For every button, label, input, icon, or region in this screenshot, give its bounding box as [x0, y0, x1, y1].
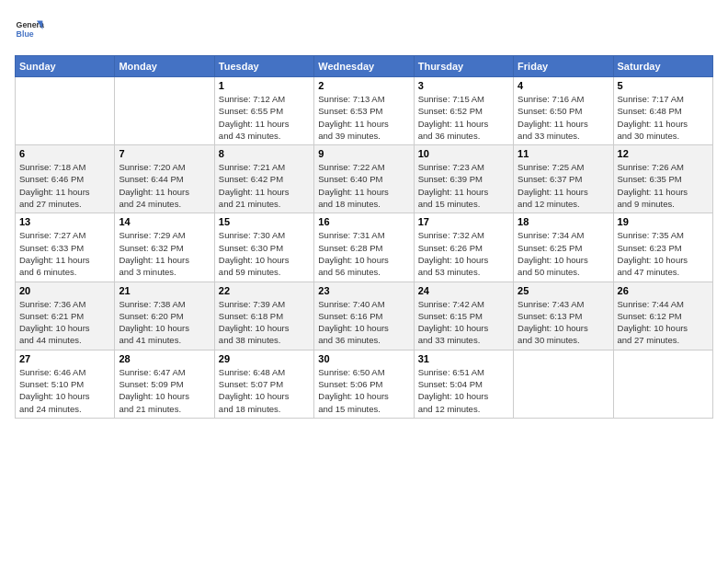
logo: General Blue: [15, 15, 44, 44]
cell-daylight-info: Sunrise: 7:44 AM Sunset: 6:12 PM Dayligh…: [618, 298, 709, 347]
calendar-cell: 10Sunrise: 7:23 AM Sunset: 6:39 PM Dayli…: [414, 145, 513, 213]
cell-daylight-info: Sunrise: 7:34 AM Sunset: 6:25 PM Dayligh…: [518, 229, 609, 278]
calendar-cell: 13Sunrise: 7:27 AM Sunset: 6:33 PM Dayli…: [16, 213, 115, 282]
calendar-cell: 21Sunrise: 7:38 AM Sunset: 6:20 PM Dayli…: [115, 282, 214, 350]
calendar-cell: 29Sunrise: 6:48 AM Sunset: 5:07 PM Dayli…: [214, 350, 313, 418]
day-number: 28: [119, 353, 210, 364]
day-number: 30: [318, 353, 409, 364]
day-number: 19: [618, 216, 709, 227]
calendar-cell: 18Sunrise: 7:34 AM Sunset: 6:25 PM Dayli…: [514, 213, 613, 282]
day-number: 10: [418, 148, 509, 159]
calendar-cell: 14Sunrise: 7:29 AM Sunset: 6:32 PM Dayli…: [115, 213, 214, 282]
calendar-header-row: SundayMondayTuesdayWednesdayThursdayFrid…: [16, 56, 713, 77]
day-number: 21: [119, 285, 210, 296]
day-number: 11: [518, 148, 609, 159]
day-number: 23: [318, 285, 409, 296]
calendar-cell: [115, 77, 214, 145]
calendar-cell: 2Sunrise: 7:13 AM Sunset: 6:53 PM Daylig…: [314, 77, 414, 145]
calendar-week-row: 13Sunrise: 7:27 AM Sunset: 6:33 PM Dayli…: [16, 213, 713, 282]
day-of-week-header: Friday: [514, 56, 613, 77]
cell-daylight-info: Sunrise: 7:25 AM Sunset: 6:37 PM Dayligh…: [518, 161, 609, 210]
calendar-cell: [613, 350, 712, 418]
page-header: General Blue: [15, 15, 713, 44]
cell-daylight-info: Sunrise: 6:46 AM Sunset: 5:10 PM Dayligh…: [19, 366, 110, 415]
cell-daylight-info: Sunrise: 7:26 AM Sunset: 6:35 PM Dayligh…: [618, 161, 709, 210]
cell-daylight-info: Sunrise: 7:36 AM Sunset: 6:21 PM Dayligh…: [19, 298, 110, 347]
calendar-cell: 20Sunrise: 7:36 AM Sunset: 6:21 PM Dayli…: [16, 282, 115, 350]
day-number: 27: [19, 353, 110, 364]
calendar-cell: 22Sunrise: 7:39 AM Sunset: 6:18 PM Dayli…: [214, 282, 313, 350]
day-number: 12: [618, 148, 709, 159]
day-number: 25: [518, 285, 609, 296]
cell-daylight-info: Sunrise: 7:38 AM Sunset: 6:20 PM Dayligh…: [119, 298, 210, 347]
day-number: 2: [318, 80, 409, 91]
calendar-cell: 7Sunrise: 7:20 AM Sunset: 6:44 PM Daylig…: [115, 145, 214, 213]
calendar-cell: 27Sunrise: 6:46 AM Sunset: 5:10 PM Dayli…: [16, 350, 115, 418]
day-number: 4: [518, 80, 609, 91]
day-of-week-header: Wednesday: [314, 56, 414, 77]
day-number: 9: [318, 148, 409, 159]
calendar-week-row: 1Sunrise: 7:12 AM Sunset: 6:55 PM Daylig…: [16, 77, 713, 145]
calendar-cell: 11Sunrise: 7:25 AM Sunset: 6:37 PM Dayli…: [514, 145, 613, 213]
calendar-cell: 3Sunrise: 7:15 AM Sunset: 6:52 PM Daylig…: [414, 77, 513, 145]
calendar-cell: [514, 350, 613, 418]
cell-daylight-info: Sunrise: 7:20 AM Sunset: 6:44 PM Dayligh…: [119, 161, 210, 210]
calendar-cell: 30Sunrise: 6:50 AM Sunset: 5:06 PM Dayli…: [314, 350, 414, 418]
cell-daylight-info: Sunrise: 7:30 AM Sunset: 6:30 PM Dayligh…: [219, 229, 310, 278]
calendar-cell: 31Sunrise: 6:51 AM Sunset: 5:04 PM Dayli…: [414, 350, 513, 418]
day-number: 14: [119, 216, 210, 227]
day-number: 8: [219, 148, 310, 159]
day-number: 24: [418, 285, 509, 296]
calendar-week-row: 27Sunrise: 6:46 AM Sunset: 5:10 PM Dayli…: [16, 350, 713, 418]
calendar-cell: 19Sunrise: 7:35 AM Sunset: 6:23 PM Dayli…: [613, 213, 712, 282]
cell-daylight-info: Sunrise: 7:39 AM Sunset: 6:18 PM Dayligh…: [219, 298, 310, 347]
cell-daylight-info: Sunrise: 7:12 AM Sunset: 6:55 PM Dayligh…: [219, 93, 310, 142]
cell-daylight-info: Sunrise: 7:32 AM Sunset: 6:26 PM Dayligh…: [418, 229, 509, 278]
cell-daylight-info: Sunrise: 6:51 AM Sunset: 5:04 PM Dayligh…: [418, 366, 509, 415]
svg-text:Blue: Blue: [17, 29, 34, 39]
cell-daylight-info: Sunrise: 6:47 AM Sunset: 5:09 PM Dayligh…: [119, 366, 210, 415]
cell-daylight-info: Sunrise: 7:22 AM Sunset: 6:40 PM Dayligh…: [318, 161, 409, 210]
cell-daylight-info: Sunrise: 7:31 AM Sunset: 6:28 PM Dayligh…: [318, 229, 409, 278]
cell-daylight-info: Sunrise: 7:18 AM Sunset: 6:46 PM Dayligh…: [19, 161, 110, 210]
cell-daylight-info: Sunrise: 7:40 AM Sunset: 6:16 PM Dayligh…: [318, 298, 409, 347]
calendar-cell: 24Sunrise: 7:42 AM Sunset: 6:15 PM Dayli…: [414, 282, 513, 350]
calendar-cell: 8Sunrise: 7:21 AM Sunset: 6:42 PM Daylig…: [214, 145, 313, 213]
calendar-cell: 16Sunrise: 7:31 AM Sunset: 6:28 PM Dayli…: [314, 213, 414, 282]
day-number: 5: [618, 80, 709, 91]
calendar-cell: 9Sunrise: 7:22 AM Sunset: 6:40 PM Daylig…: [314, 145, 414, 213]
calendar-cell: 17Sunrise: 7:32 AM Sunset: 6:26 PM Dayli…: [414, 213, 513, 282]
calendar-cell: 1Sunrise: 7:12 AM Sunset: 6:55 PM Daylig…: [214, 77, 313, 145]
day-number: 16: [318, 216, 409, 227]
cell-daylight-info: Sunrise: 7:29 AM Sunset: 6:32 PM Dayligh…: [119, 229, 210, 278]
calendar-cell: 23Sunrise: 7:40 AM Sunset: 6:16 PM Dayli…: [314, 282, 414, 350]
day-number: 6: [19, 148, 110, 159]
day-number: 26: [618, 285, 709, 296]
day-number: 22: [219, 285, 310, 296]
day-number: 7: [119, 148, 210, 159]
calendar-week-row: 20Sunrise: 7:36 AM Sunset: 6:21 PM Dayli…: [16, 282, 713, 350]
calendar-cell: 26Sunrise: 7:44 AM Sunset: 6:12 PM Dayli…: [613, 282, 712, 350]
day-of-week-header: Saturday: [613, 56, 712, 77]
calendar-cell: 25Sunrise: 7:43 AM Sunset: 6:13 PM Dayli…: [514, 282, 613, 350]
day-number: 3: [418, 80, 509, 91]
day-number: 18: [518, 216, 609, 227]
day-number: 17: [418, 216, 509, 227]
day-number: 31: [418, 353, 509, 364]
cell-daylight-info: Sunrise: 7:23 AM Sunset: 6:39 PM Dayligh…: [418, 161, 509, 210]
cell-daylight-info: Sunrise: 7:16 AM Sunset: 6:50 PM Dayligh…: [518, 93, 609, 142]
calendar-cell: [16, 77, 115, 145]
calendar-cell: 4Sunrise: 7:16 AM Sunset: 6:50 PM Daylig…: [514, 77, 613, 145]
calendar-cell: 6Sunrise: 7:18 AM Sunset: 6:46 PM Daylig…: [16, 145, 115, 213]
cell-daylight-info: Sunrise: 6:48 AM Sunset: 5:07 PM Dayligh…: [219, 366, 310, 415]
cell-daylight-info: Sunrise: 7:13 AM Sunset: 6:53 PM Dayligh…: [318, 93, 409, 142]
logo-icon: General Blue: [15, 15, 44, 44]
cell-daylight-info: Sunrise: 7:35 AM Sunset: 6:23 PM Dayligh…: [618, 229, 709, 278]
day-number: 13: [19, 216, 110, 227]
cell-daylight-info: Sunrise: 7:15 AM Sunset: 6:52 PM Dayligh…: [418, 93, 509, 142]
calendar-cell: 5Sunrise: 7:17 AM Sunset: 6:48 PM Daylig…: [613, 77, 712, 145]
day-of-week-header: Monday: [115, 56, 214, 77]
cell-daylight-info: Sunrise: 6:50 AM Sunset: 5:06 PM Dayligh…: [318, 366, 409, 415]
day-number: 29: [219, 353, 310, 364]
day-of-week-header: Tuesday: [214, 56, 313, 77]
